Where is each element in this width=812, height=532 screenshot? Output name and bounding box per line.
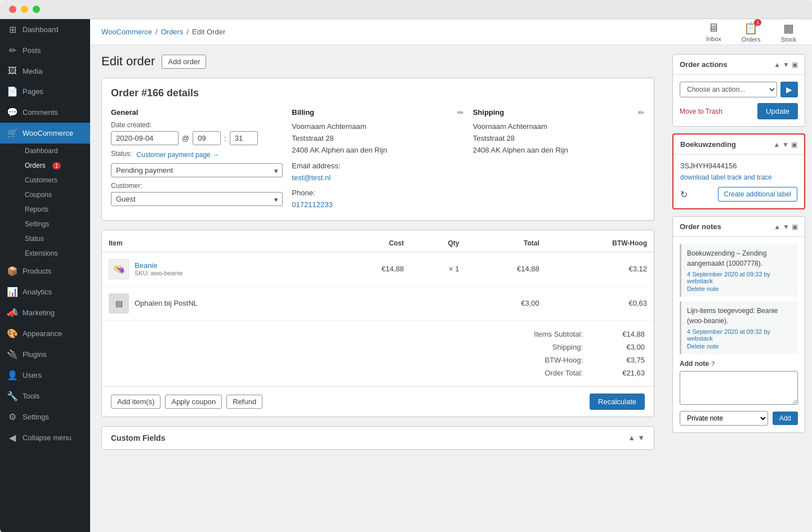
add-note-button[interactable]: Add	[773, 412, 798, 425]
sidebar-item-posts[interactable]: ✏ Posts	[0, 40, 90, 61]
note-type-select[interactable]: Private note Note to customer	[680, 411, 768, 426]
update-button[interactable]: Update	[757, 103, 798, 119]
custom-fields-header[interactable]: Custom Fields ▲ ▼	[102, 427, 654, 449]
add-order-button[interactable]: Add order	[162, 55, 206, 69]
item-name: Ophalen bij PostNL	[135, 299, 198, 307]
add-items-button[interactable]: Add item(s)	[111, 395, 160, 409]
appearance-icon: 🎨	[7, 328, 18, 339]
action-run-button[interactable]: ▶	[780, 82, 798, 97]
shipping-section: Shipping ✏ Voornaam Achternaam Teststraa…	[473, 108, 645, 211]
item-name-link[interactable]: Beanie	[135, 261, 157, 270]
sidebar-item-wc-dashboard[interactable]: Dashboard	[18, 144, 90, 158]
sidebar-item-users[interactable]: 👤 Users	[0, 365, 90, 386]
billing-name: Voornaam Achternaam	[292, 121, 463, 133]
delete-note-link[interactable]: Delete note	[687, 343, 792, 350]
sidebar-item-appearance[interactable]: 🎨 Appearance	[0, 323, 90, 344]
chevron-up-icon[interactable]: ▲	[774, 61, 780, 69]
status-select[interactable]: Pending payment	[111, 163, 283, 177]
move-to-trash-link[interactable]: Move to Trash	[680, 108, 722, 115]
sidebar-item-wc-status[interactable]: Status	[18, 231, 90, 246]
recalculate-button[interactable]: Recalculate	[590, 394, 645, 410]
boekuwzending-panel: Boekuwzending ▲ ▼ ▣ 3SJHYH9444156 downlo…	[672, 133, 805, 209]
chevron-up-icon[interactable]: ▲	[773, 141, 780, 149]
sidebar-item-wc-extensions[interactable]: Extensions	[18, 246, 90, 261]
note-timestamp[interactable]: 4 September 2020 at 09:32 by webstack	[687, 328, 770, 342]
sidebar-item-wc-coupons[interactable]: Coupons	[18, 187, 90, 202]
sidebar-item-collapse[interactable]: ◀ Collapse menu	[0, 427, 90, 448]
plugins-icon: 🔌	[7, 349, 18, 360]
sidebar-item-plugins[interactable]: 🔌 Plugins	[0, 344, 90, 365]
col-item: Item	[102, 235, 331, 252]
sidebar-item-comments[interactable]: 💬 Comments	[0, 102, 90, 123]
users-icon: 👤	[7, 370, 18, 381]
items-actions-row: Add item(s) Apply coupon Refund Recalcul…	[102, 386, 654, 417]
sidebar-item-analytics[interactable]: 📊 Analytics	[0, 281, 90, 302]
billing-phone-section: Phone: 0172112233	[292, 187, 463, 211]
sidebar-item-label: Users	[23, 371, 42, 379]
sidebar-item-settings[interactable]: ⚙ Settings	[0, 406, 90, 427]
chevron-down-icon[interactable]: ▼	[782, 141, 789, 149]
billing-email[interactable]: test@test.nl	[292, 173, 331, 182]
chevron-up-icon[interactable]: ▲	[774, 223, 780, 231]
download-label-link[interactable]: download label	[680, 173, 725, 181]
sidebar-item-dashboard[interactable]: ⊞ Dashboard	[0, 19, 90, 40]
sidebar-item-wc-orders[interactable]: Orders 1	[18, 158, 90, 173]
track-and-trace-link[interactable]: track and trace	[727, 173, 771, 181]
sidebar-item-pages[interactable]: 📄 Pages	[0, 81, 90, 102]
chevron-down-icon[interactable]: ▼	[783, 61, 789, 69]
shipping-header: Shipping ✏	[473, 108, 645, 121]
expand-icon[interactable]: ▣	[792, 223, 798, 231]
expand-icon[interactable]: ▣	[791, 141, 797, 149]
window-minimize-button[interactable]	[21, 6, 28, 13]
sidebar-item-wc-customers[interactable]: Customers	[18, 173, 90, 187]
chevron-down-icon[interactable]: ▼	[637, 433, 645, 442]
billing-title: Billing	[292, 108, 314, 117]
window-maximize-button[interactable]	[33, 6, 40, 13]
topbar-stock[interactable]: ▦ Stock	[776, 19, 801, 45]
sidebar-item-media[interactable]: 🖼 Media	[0, 61, 90, 81]
sidebar: ⊞ Dashboard ✏ Posts 🖼 Media 📄 Pages 💬 Co…	[0, 19, 90, 532]
apply-coupon-button[interactable]: Apply coupon	[165, 395, 222, 409]
add-note-section: Add note ? Private note Note to customer…	[680, 360, 798, 426]
refresh-icon[interactable]: ↻	[680, 189, 688, 200]
order-details-card: Order #166 details General Date created:…	[101, 78, 654, 221]
chevron-down-icon[interactable]: ▼	[783, 223, 789, 231]
action-select[interactable]: Choose an action...	[680, 82, 777, 97]
window-close-button[interactable]	[9, 6, 16, 13]
table-row: ▤ Ophalen bij PostNL €3,00	[102, 286, 654, 320]
breadcrumb-woocommerce[interactable]: WooCommerce	[101, 28, 152, 36]
delete-note-link[interactable]: Delete note	[687, 285, 792, 292]
sidebar-item-products[interactable]: 📦 Products	[0, 261, 90, 281]
woocommerce-submenu: Dashboard Orders 1 Customers Coupons Rep…	[0, 144, 90, 261]
billing-header: Billing ✏	[292, 108, 463, 121]
shipping-edit-icon[interactable]: ✏	[638, 108, 645, 117]
refund-button[interactable]: Refund	[226, 395, 262, 409]
shipping-value: €3,00	[605, 343, 645, 351]
date-input[interactable]	[111, 131, 179, 145]
sidebar-item-marketing[interactable]: 📣 Marketing	[0, 302, 90, 323]
wc-orders-label: Orders	[25, 162, 46, 169]
billing-phone-label: Phone:	[292, 187, 463, 199]
col-btw: BTW-Hoog	[546, 235, 654, 252]
chevron-up-icon[interactable]: ▲	[628, 433, 635, 442]
breadcrumb-orders[interactable]: Orders	[161, 28, 184, 36]
sidebar-item-label: Tools	[23, 392, 39, 400]
topbar-inbox[interactable]: 🖥 Inbox	[702, 19, 726, 44]
sidebar-item-wc-settings[interactable]: Settings	[18, 217, 90, 231]
customer-select[interactable]: Guest	[111, 192, 283, 206]
sidebar-item-wc-reports[interactable]: Reports	[18, 202, 90, 217]
billing-phone[interactable]: 0172112233	[292, 200, 332, 209]
minute-input[interactable]	[230, 131, 258, 145]
sidebar-item-tools[interactable]: 🔧 Tools	[0, 386, 90, 406]
create-label-row: ↻ Create additional label	[680, 187, 797, 202]
hour-input[interactable]	[193, 131, 221, 145]
note-textarea[interactable]	[680, 371, 798, 405]
note-timestamp[interactable]: 4 September 2020 at 09:33 by webstack	[687, 271, 770, 284]
create-additional-label-button[interactable]: Create additional label	[718, 187, 797, 202]
sidebar-item-woocommerce[interactable]: 🛒 WooCommerce	[0, 123, 90, 144]
expand-icon[interactable]: ▣	[792, 61, 798, 69]
billing-edit-icon[interactable]: ✏	[457, 108, 464, 117]
order-total-row: Order Total: €21,63	[111, 366, 645, 379]
customer-payment-page-link[interactable]: Customer payment page →	[136, 151, 219, 159]
topbar-orders[interactable]: 📋 1 Orders	[737, 19, 765, 45]
